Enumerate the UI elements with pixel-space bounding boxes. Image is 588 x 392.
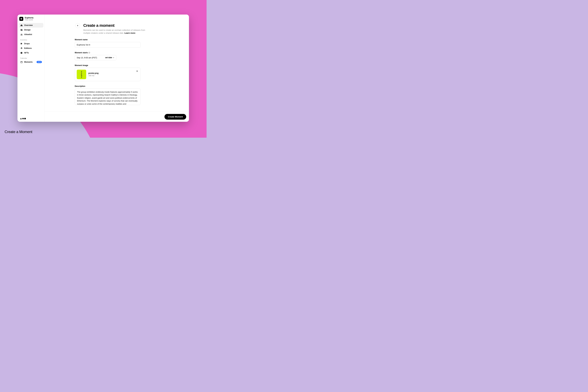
sidebar-item-allowlist[interactable]: Allowlist — [19, 32, 43, 37]
moment-image-card: euphoria poster.png 398 KB — [75, 68, 140, 81]
sidebar-item-overview[interactable]: Overview — [19, 23, 43, 28]
back-button[interactable] — [75, 23, 80, 28]
sidebar-item-label: Allowlist — [24, 34, 32, 36]
remove-image-button[interactable] — [136, 70, 138, 73]
brand-mark — [19, 117, 43, 120]
sidebar-section-inventory: Inventory — [19, 37, 43, 41]
page-title: Create a moment — [83, 23, 150, 28]
set-date-button[interactable]: set date — [105, 56, 114, 59]
svg-rect-7 — [22, 43, 22, 44]
sidebar-item-editions[interactable]: Editions — [19, 46, 43, 50]
sidebar-item-moments[interactable]: Moments NEW — [19, 60, 43, 64]
sidebar-item-nfts[interactable]: NFTs — [19, 50, 43, 55]
square-icon — [24, 118, 26, 119]
drops-icon — [20, 42, 23, 45]
world-name: Euphoria — [25, 17, 34, 19]
moment-image-label: Moment image — [75, 64, 150, 66]
image-thumbnail: euphoria — [77, 70, 86, 79]
sidebar-item-label: Editions — [24, 47, 32, 49]
image-file-name: poster.png — [88, 72, 98, 74]
svg-point-5 — [22, 34, 22, 34]
design-icon — [20, 29, 23, 31]
svg-point-3 — [20, 30, 21, 31]
footer-bar: Create Moment — [45, 112, 189, 122]
triangle-icon — [20, 118, 22, 119]
create-moment-button[interactable]: Create Moment — [164, 114, 186, 120]
sidebar-item-label: Drops — [24, 42, 30, 45]
sidebar-item-label: NFTs — [24, 52, 29, 54]
moment-starts-label: Moment starts i — [75, 52, 150, 54]
verified-icon — [20, 52, 23, 54]
moment-starts-field[interactable]: Sep 13, 9:00 am (PST) set date — [75, 55, 116, 60]
info-icon[interactable]: i — [88, 52, 90, 54]
home-icon — [20, 24, 23, 26]
description-label: Description — [75, 85, 150, 87]
world-header[interactable]: Euphoria View world — [19, 16, 43, 23]
close-icon — [136, 70, 138, 72]
moment-starts-value: Sep 13, 9:00 am (PST) — [77, 56, 105, 59]
calendar-icon — [20, 61, 23, 63]
sidebar-item-label: Overview — [24, 24, 33, 26]
app-window: Euphoria View world Overview Design Allo… — [18, 14, 189, 122]
world-subtitle: View world — [25, 19, 34, 21]
sidebar-item-design[interactable]: Design — [19, 28, 43, 32]
description-textarea[interactable] — [75, 88, 140, 105]
sidebar-item-label: Design — [24, 29, 31, 31]
arrow-left-icon — [76, 24, 79, 27]
moment-name-label: Moment name — [75, 38, 150, 41]
page-description: Moments can be used to create an onchain… — [83, 29, 146, 34]
sidebar-item-drops[interactable]: Drops — [19, 41, 43, 46]
moment-name-input[interactable] — [75, 42, 140, 48]
svg-rect-8 — [20, 62, 22, 63]
sidebar: Euphoria View world Overview Design Allo… — [18, 14, 45, 122]
people-icon — [20, 33, 23, 36]
svg-rect-6 — [21, 43, 22, 44]
new-badge: NEW — [36, 61, 42, 63]
svg-rect-2 — [22, 30, 22, 31]
svg-point-4 — [21, 34, 22, 34]
chevron-down-icon — [113, 57, 114, 58]
circle-icon — [22, 118, 24, 119]
image-file-size: 398 KB — [88, 74, 98, 77]
slide-caption: Create a Moment — [4, 130, 32, 134]
learn-more-link[interactable]: Learn more — [124, 32, 135, 34]
content-area: Create a moment Moments can be used to c… — [45, 14, 189, 112]
sidebar-item-label: Moments — [24, 61, 32, 63]
world-logo-icon — [19, 17, 23, 21]
svg-rect-0 — [20, 29, 21, 30]
sidebar-section-calendar: Calendar — [19, 55, 43, 60]
main-panel: Create a moment Moments can be used to c… — [45, 14, 189, 122]
svg-point-1 — [22, 29, 22, 30]
layers-icon — [20, 47, 23, 50]
